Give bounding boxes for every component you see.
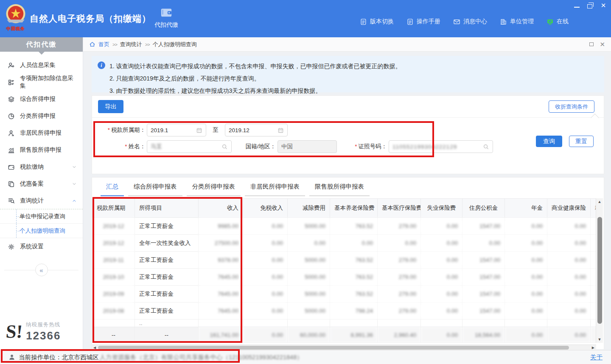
table-cell: 2019-12 — [92, 218, 135, 235]
table-cell: 0.00 — [243, 235, 288, 252]
sidebar-item-query-statistics[interactable]: 查询统计 — [0, 192, 83, 209]
current-unit-label: 当前操作单位： — [19, 353, 62, 361]
column-header: 免税收入 — [243, 199, 288, 218]
title-bar: 中国税务 自然人电子税务局（扣缴端） 代扣代缴 版本切换操作手册消息中心单位管理… — [0, 0, 611, 37]
breadcrumb-controls: ✕ — [589, 41, 605, 47]
table-cell — [92, 320, 135, 327]
sidebar-subitem-personal-detail-query[interactable]: 个人扣缴明细查询 — [0, 224, 83, 238]
table-header-row: 税款所属期所得项目收入免税收入减除费用基本养老保险费基本医疗保险费失业保险费住房… — [92, 199, 597, 218]
horizontal-scrollbar[interactable]: ◀ ▶ — [92, 345, 596, 350]
sidebar-item-tax-payment[interactable]: 税款缴纳 — [0, 158, 83, 175]
table-cell: 763.52 — [330, 286, 378, 303]
scroll-up-icon[interactable]: ▲ — [596, 198, 603, 205]
result-panel: 汇总综合所得申报表分类所得申报表非居民所得申报表限售股所得申报表 税款所属期所得… — [92, 177, 604, 349]
table-cell: 279.00 — [378, 269, 421, 286]
sidebar-item-preferential-record[interactable]: 优惠备案 — [0, 175, 83, 192]
table-cell: 1547.00 — [462, 269, 505, 286]
table-cell — [591, 320, 597, 327]
result-table-wrap: 税款所属期所得项目收入免税收入减除费用基本养老保险费基本医疗保险费失业保险费住房… — [92, 198, 596, 343]
tab-summary[interactable]: 汇总 — [101, 183, 124, 196]
sidebar-item-personnel-info[interactable]: 人员信息采集 — [0, 57, 83, 74]
current-unit-masked: 人力资源服务（北京）有限公司共享服务中心（1211005219930422184… — [100, 353, 303, 361]
table-cell: 0.00 — [421, 235, 462, 252]
vertical-scroll-thumb[interactable] — [597, 217, 602, 324]
query-button[interactable]: 查询 — [536, 136, 562, 147]
home-icon — [89, 41, 95, 47]
header-link-manual[interactable]: 操作手册 — [406, 18, 440, 25]
notice-line: 1. 该查询统计表仅能查询已申报成功的数据，不包含未申报、申报失败，已申报但已作… — [109, 60, 401, 72]
table-cell — [547, 320, 591, 327]
online-icon — [547, 18, 554, 25]
vertical-scrollbar[interactable]: ▲ ▼ — [596, 198, 603, 343]
table-cell: 0.00 — [243, 252, 288, 269]
person-add-icon — [8, 62, 15, 69]
chevron-down-icon — [72, 181, 77, 186]
header-link-message-center[interactable]: 消息中心 — [453, 18, 487, 25]
breadcrumb-home[interactable]: 首页 — [98, 41, 109, 48]
table-row: 2019-12正常工资薪金9985.000.005000.00763.52279… — [92, 218, 597, 235]
table-cell: 2019-08 — [92, 303, 135, 320]
name-label: *姓名： — [95, 143, 146, 150]
query-panel: 导出 收折查询条件 *税款所属期： 2019.1 至 2019.12 *姓名： … — [92, 95, 604, 174]
minimize-icon[interactable] — [574, 4, 580, 8]
maximize-icon[interactable] — [589, 42, 594, 46]
pie-icon — [8, 113, 15, 120]
sidebar-item-comprehensive-income[interactable]: 综合所得申报 — [0, 91, 83, 108]
about-link[interactable]: 关于 — [590, 353, 603, 361]
sidebar-subitem-unit-declare-query[interactable]: 单位申报记录查询 — [0, 209, 83, 224]
summary-cell: 18,564.00 — [462, 327, 505, 343]
table-cell: 2019-12 — [92, 235, 135, 252]
summary-cell: 161,741.00 — [199, 327, 243, 343]
tab-classified[interactable]: 分类所得申报表 — [187, 183, 241, 196]
table-cell: 7645.00 — [199, 269, 243, 286]
tab-nonresident[interactable]: 非居民所得申报表 — [245, 183, 305, 196]
table-cell: 5000.00 — [288, 252, 330, 269]
sidebar-collapse-button[interactable]: « — [35, 264, 48, 276]
id-number-input[interactable]: 110552199304222129 — [389, 140, 493, 153]
table-cell: 7645.00 — [199, 303, 243, 320]
table-cell: 0.00 — [421, 286, 462, 303]
restore-icon[interactable] — [587, 4, 592, 8]
sidebar-item-special-deduction[interactable]: 专项附加扣除信息采集 — [0, 74, 83, 91]
range-word: 至 — [206, 126, 225, 134]
header-link-version-switch[interactable]: 版本切换 — [360, 18, 394, 25]
scroll-down-icon[interactable]: ▼ — [596, 336, 603, 343]
table-cell: 0.00 — [547, 303, 591, 320]
table-cell: 763.52 — [330, 252, 378, 269]
table-cell: 1547.00 — [462, 218, 505, 235]
sidebar-item-restricted-shares[interactable]: 限售股所得申报 — [0, 142, 83, 158]
summary-cell: 0.00 — [591, 327, 597, 343]
name-input[interactable]: 马某 — [147, 140, 232, 153]
tab-restricted[interactable]: 限售股所得申报表 — [309, 183, 370, 196]
table-cell: 正常工资薪金 — [135, 286, 199, 303]
period-from-input[interactable]: 2019.1 — [147, 124, 206, 136]
table-cell: 0.00 — [591, 235, 597, 252]
close-panel-icon[interactable]: ✕ — [600, 41, 605, 47]
sidebar-item-nonresident-income[interactable]: 非居民所得申报 — [0, 125, 83, 142]
table-cell: 0.00 — [421, 269, 462, 286]
sidebar-item-system-settings[interactable]: 系统设置 — [0, 238, 83, 255]
horizontal-scroll-thumb[interactable] — [98, 346, 569, 350]
close-icon[interactable]: ✕ — [600, 3, 607, 8]
sidebar-item-classified-income[interactable]: 分类所得申报 — [0, 108, 83, 125]
nationality-label: 国籍/地区： — [232, 143, 276, 150]
sidebar-item-label: 综合所得申报 — [20, 95, 56, 103]
query-toolbar: 导出 收折查询条件 — [92, 96, 604, 118]
query-form: *税款所属期： 2019.1 至 2019.12 *姓名： 马某 国籍/地区： … — [92, 118, 604, 153]
export-button[interactable]: 导出 — [98, 100, 123, 113]
period-to-input[interactable]: 2019.12 — [225, 124, 288, 136]
top-nav-withholding[interactable]: 代扣代缴 — [149, 6, 183, 29]
notice-lines: 1. 该查询统计表仅能查询已申报成功的数据，不包含未申报、申报失败，已申报但已作… — [109, 60, 401, 88]
tab-comprehensive[interactable]: 综合所得申报表 — [128, 183, 182, 196]
header-link-org-manage[interactable]: 单位管理 — [500, 18, 534, 25]
summary-cell: 0.00 — [547, 327, 591, 343]
column-header: 基本养老保险费 — [330, 199, 378, 218]
table-cell: 0.00 — [591, 303, 597, 320]
reset-button[interactable]: 重置 — [569, 136, 594, 147]
header-link-online[interactable]: 在线 — [547, 18, 569, 25]
collapse-conditions-button[interactable]: 收折查询条件 — [549, 100, 594, 113]
chevron-up-icon — [72, 198, 77, 203]
table-cell: 0.00 — [421, 303, 462, 320]
table-cell: 0.00 — [288, 235, 330, 252]
emblem-icon — [5, 3, 27, 25]
